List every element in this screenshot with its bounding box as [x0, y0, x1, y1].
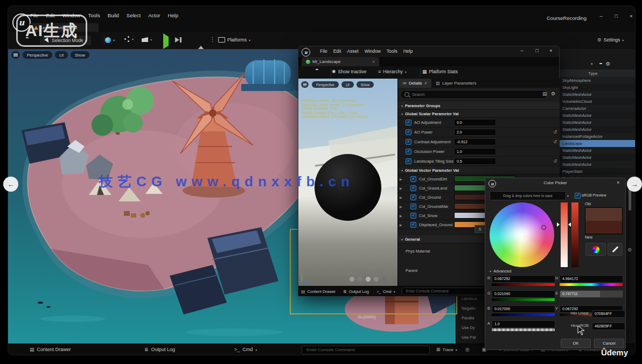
status-item[interactable]: ⊞Trace▾	[436, 347, 457, 352]
add-actor-dropdown[interactable]: ▾	[105, 37, 115, 43]
channel-value-input[interactable]: 0.067252	[492, 275, 555, 283]
platforms-dropdown[interactable]: Platforms ▾	[218, 37, 250, 43]
expander-arrow-icon[interactable]: ▶	[400, 186, 404, 190]
color-themes-button[interactable]	[585, 243, 606, 256]
cmd-dropdown[interactable]: >_ Cmd ▾	[376, 289, 395, 294]
section-global-vector[interactable]: ▾ Global Vector Parameter Val	[398, 166, 560, 174]
menu-item[interactable]: Select	[127, 12, 141, 18]
preview-badge[interactable]: Perspective	[312, 81, 339, 88]
param-checkbox[interactable]: ✓	[410, 222, 416, 228]
outliner-row[interactable]: StaticMeshActor	[559, 147, 636, 154]
param-checkbox[interactable]: ✓	[410, 213, 416, 219]
menu-item[interactable]: Edit	[333, 48, 341, 54]
menu-item[interactable]: Asset	[347, 48, 358, 54]
value-slider[interactable]	[571, 202, 578, 267]
prev-arrow-button[interactable]: ←	[3, 177, 18, 192]
outliner-row[interactable]: StaticMeshActor	[559, 154, 636, 161]
search-input[interactable]: Search	[400, 90, 548, 99]
output-log-button[interactable]: ≣ Output Log	[144, 344, 175, 355]
maximize-button[interactable]: □	[610, 13, 622, 19]
reset-to-default-icon[interactable]: ↺	[553, 130, 557, 135]
menu-item[interactable]: Tools	[88, 12, 100, 18]
show-inactive-button[interactable]: ✱ Show Inactive	[332, 69, 366, 74]
menu-item[interactable]: Build	[108, 12, 119, 18]
expander-arrow-icon[interactable]: ▶	[400, 195, 404, 199]
expander-arrow-icon[interactable]: ▶	[400, 177, 404, 181]
reset-to-default-icon[interactable]: ↺	[553, 159, 557, 164]
outliner-row[interactable]: StaticMeshActor	[559, 161, 636, 168]
param-checkbox[interactable]: ✓	[406, 120, 411, 125]
tab-close-icon[interactable]: ×	[372, 59, 375, 64]
blueprints-dropdown[interactable]: ▾	[124, 37, 134, 41]
param-value-input[interactable]: 1.0	[454, 148, 496, 155]
preview-menu-icon[interactable]	[301, 81, 309, 88]
menu-item[interactable]: File	[320, 48, 327, 54]
expander-arrow-icon[interactable]: ▶	[400, 205, 404, 208]
play-options-icon[interactable]: ⋮	[210, 36, 215, 43]
reset-to-default-icon[interactable]: ↺	[553, 139, 557, 144]
cinematics-dropdown[interactable]: ▾	[142, 37, 152, 42]
outliner-row[interactable]: StaticMeshActor	[559, 119, 636, 126]
outliner-filter-chevron-icon[interactable]: ▾	[591, 62, 593, 66]
viewport-badge[interactable]: Show	[71, 51, 89, 59]
param-checkbox[interactable]: ✓	[410, 204, 416, 209]
channel-value-input[interactable]: 0.021090	[492, 290, 555, 298]
outliner-row[interactable]: VolumetricCloud	[559, 98, 636, 105]
param-checkbox[interactable]: ✓	[406, 139, 411, 145]
preview-shape-cylinder-button[interactable]	[358, 277, 362, 282]
tab-layer-parameters[interactable]: ▧ Layer Parameters	[431, 79, 480, 88]
channel-value-input[interactable]: 4.964172	[560, 275, 623, 283]
preview-shape-cube-button[interactable]	[374, 277, 379, 282]
details-pin-icon[interactable]: ✗	[424, 81, 427, 86]
srgb-checkbox[interactable]: ✓	[575, 193, 581, 199]
preview-shape-mesh-button[interactable]	[382, 277, 387, 282]
outliner-row[interactable]: Landscape	[559, 140, 636, 147]
type-column-header[interactable]: Type	[588, 71, 597, 76]
minimize-button[interactable]: –	[595, 13, 607, 19]
section-parameter-groups[interactable]: ▾ Parameter Groups	[398, 102, 560, 110]
preview-badge[interactable]: Lit	[341, 81, 354, 88]
channel-value-input[interactable]: 1.0	[492, 320, 555, 328]
channel-gradient-slider[interactable]	[560, 283, 623, 286]
maximize-button[interactable]: □	[531, 48, 543, 53]
hex-linear-input[interactable]: 070504FF	[592, 310, 625, 318]
outliner-row[interactable]: StaticMeshActor	[559, 112, 636, 119]
settings-dropdown[interactable]: ⚙ Settings ▾	[597, 37, 624, 43]
theme-chevron-icon[interactable]: ▾	[567, 194, 569, 198]
preview-badge[interactable]: Show	[357, 81, 374, 88]
outliner-row[interactable]: PlayerStart	[559, 168, 636, 175]
outliner-row[interactable]: SkyLight	[559, 84, 636, 91]
section-global-scalar[interactable]: ▾ Global Scalar Parameter Val	[398, 110, 560, 118]
outliner-row[interactable]: StaticMeshActor	[559, 126, 636, 133]
param-checkbox[interactable]: ✓	[410, 185, 416, 191]
outliner-settings-gear-icon[interactable]: ⚙	[606, 61, 611, 67]
eject-button[interactable]	[198, 37, 204, 46]
outliner-row[interactable]: SkyAtmosphere	[559, 77, 636, 84]
minimize-button[interactable]: –	[516, 48, 528, 53]
preview-shape-plane-button[interactable]	[366, 277, 371, 282]
next-arrow-button[interactable]: →	[627, 177, 642, 192]
channel-gradient-slider[interactable]	[492, 283, 555, 286]
advanced-section-header[interactable]: ▾ Advanced	[490, 269, 511, 274]
outliner-row[interactable]: InstancedFoliageActor	[559, 133, 636, 140]
channel-value-input[interactable]: 0.017000	[492, 305, 555, 313]
play-button[interactable]	[163, 37, 169, 46]
ok-button[interactable]: OK	[561, 339, 591, 348]
channel-gradient-slider[interactable]	[492, 328, 555, 331]
frame-skip-button[interactable]	[175, 37, 182, 43]
saturation-slider[interactable]	[561, 202, 568, 267]
hierarchy-dropdown[interactable]: ≡ Hierarchy ▾	[378, 69, 407, 74]
channel-gradient-slider[interactable]	[492, 298, 555, 301]
param-checkbox[interactable]: ✓	[406, 129, 411, 135]
expander-arrow-icon[interactable]: ▶	[400, 214, 404, 218]
channel-gradient-slider[interactable]	[492, 313, 555, 316]
content-drawer-button[interactable]: ▤ Content Drawer	[30, 344, 71, 355]
content-drawer-button[interactable]: ▤ Content Drawer	[301, 289, 336, 294]
eyedropper-button[interactable]	[608, 243, 623, 256]
details-settings-gear-icon[interactable]: ⚙	[627, 247, 632, 253]
partial-button[interactable]: S	[474, 225, 485, 233]
cancel-button[interactable]: Cancel	[594, 339, 624, 348]
viewport-badge[interactable]: Lit	[55, 51, 68, 59]
outliner-row[interactable]: StaticMeshActor	[559, 91, 636, 98]
console-command-input[interactable]: Enter Console Command	[302, 346, 430, 354]
